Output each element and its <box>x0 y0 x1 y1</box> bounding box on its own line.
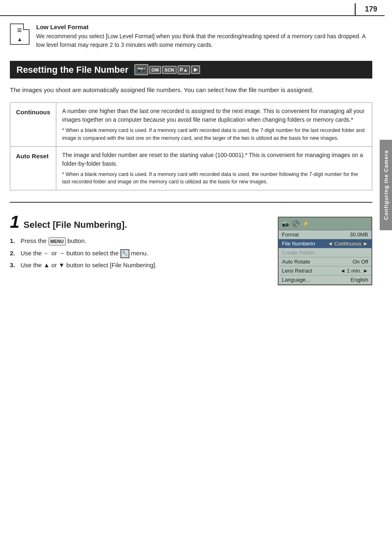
info-table: ContinuousA number one higher than the l… <box>10 102 372 190</box>
step-2-number: 2. <box>10 248 18 259</box>
step-number-heading: 1 Select [File Numbering]. <box>10 213 268 231</box>
mode-icons: 📷 OM SCN P▲ ▶ <box>134 64 201 75</box>
page-number: 179 <box>355 3 385 15</box>
note-body: We recommend you select [Low Level Forma… <box>36 32 372 49</box>
step-list: 1. Press the MENU button. 2. Use the ← o… <box>10 236 268 271</box>
cam-screen-row: Create Folder... <box>279 248 371 257</box>
cam-row-label: Format <box>282 231 350 238</box>
intro-text: The images you shoot are automatically a… <box>10 85 372 95</box>
step-1-number: 1. <box>10 236 18 246</box>
cam-icon-flash: ⚡ <box>303 221 309 227</box>
side-tab: Configuring the Camera <box>380 140 392 230</box>
steps-container: 1 Select [File Numbering]. 1. Press the … <box>10 202 372 285</box>
cam-row-value: 30.0MB <box>350 231 368 238</box>
step-item-3: 3. Use the ▲ or ▼ button to select [File… <box>10 260 268 271</box>
table-row: Auto ResetThe image and folder number ar… <box>10 146 372 190</box>
table-row: ContinuousA number one higher than the l… <box>10 103 372 147</box>
cam-icon-camera: 📷 <box>282 220 289 227</box>
mode-icon-camera: 📷 <box>134 64 148 75</box>
cam-icon-tool-circle: 🔧 <box>291 219 300 228</box>
cam-rows: Format30.0MBFile Numberin◄ Continuous ►C… <box>279 230 371 285</box>
main-content: ≡▲ Low Level Format We recommend you sel… <box>0 23 392 285</box>
note-box: ≡▲ Low Level Format We recommend you sel… <box>10 23 372 49</box>
mode-icon-scn: SCN <box>162 66 176 74</box>
menu-button-label: MENU <box>48 237 66 246</box>
low-level-format-icon: ≡▲ <box>10 23 30 45</box>
step-item-1: 1. Press the MENU button. <box>10 236 268 246</box>
cam-row-value: ◄ 1 min. ► <box>340 268 368 274</box>
cam-top-bar: 📷 🔧 ⚡ <box>279 217 371 230</box>
step-1-text: Press the MENU button. <box>21 236 86 246</box>
right-arrow-icon: → <box>59 250 65 257</box>
cam-row-value: On Off <box>353 259 368 265</box>
table-row-main-text: A number one higher than the last one re… <box>62 107 366 124</box>
up-arrow-icon: ▲ <box>44 261 50 268</box>
table-row-note: * When a blank memory card is used. If a… <box>62 171 366 186</box>
mode-icon-om: OM <box>149 66 161 74</box>
step-3-number: 3. <box>10 260 18 271</box>
cam-row-label: Create Folder... <box>282 250 368 256</box>
cam-row-value: English <box>350 277 368 283</box>
cam-screen-row: Auto RotateOn Off <box>279 257 371 266</box>
cam-row-label: Auto Rotate <box>282 259 353 265</box>
cam-screen-row: Format30.0MB <box>279 230 371 239</box>
tool-menu-icon: 🔧 <box>120 249 129 258</box>
step-2-text: Use the ← or → button to select the 🔧 me… <box>21 248 148 259</box>
table-row-main-text: The image and folder number are reset to… <box>62 151 366 168</box>
cam-row-label: Language... <box>282 277 350 283</box>
table-row-note: * When a blank memory card is used. If a… <box>62 127 366 142</box>
cam-screen-row: Lens Retract◄ 1 min. ► <box>279 266 371 275</box>
mode-icon-pr: P▲ <box>178 65 191 74</box>
note-title: Low Level Format <box>36 23 372 30</box>
page-header: 179 <box>0 0 385 16</box>
steps-left: 1 Select [File Numbering]. 1. Press the … <box>10 213 268 272</box>
section-title: Resetting the File Number <box>16 65 129 75</box>
table-row-label: Continuous <box>10 103 56 147</box>
cam-row-label: File Numberin <box>282 241 327 247</box>
mode-icon-play: ▶ <box>191 65 200 74</box>
table-row-content: The image and folder number are reset to… <box>56 146 372 190</box>
step-3-text: Use the ▲ or ▼ button to select [File Nu… <box>21 260 157 271</box>
cam-row-label: Lens Retract <box>282 268 340 274</box>
camera-screen: 📷 🔧 ⚡ Format30.0MBFile Numberin◄ Continu… <box>278 217 372 285</box>
step-item-2: 2. Use the ← or → button to select the 🔧… <box>10 248 268 259</box>
cam-row-value: ◄ Continuous ► <box>327 241 368 247</box>
table-row-label: Auto Reset <box>10 146 56 190</box>
steps-section: 1 Select [File Numbering]. 1. Press the … <box>10 213 372 285</box>
table-row-content: A number one higher than the last one re… <box>56 103 372 147</box>
cam-screen-row: File Numberin◄ Continuous ► <box>279 239 371 248</box>
step-number: 1 <box>10 213 19 231</box>
down-arrow-icon: ▼ <box>58 261 65 268</box>
cam-screen-row: Language...English <box>279 275 371 285</box>
note-text: Low Level Format We recommend you select… <box>36 23 372 49</box>
section-heading: Resetting the File Number 📷 OM SCN P▲ ▶ <box>10 61 372 79</box>
step-title: Select [File Numbering]. <box>23 220 127 230</box>
left-arrow-icon: ← <box>44 250 50 257</box>
